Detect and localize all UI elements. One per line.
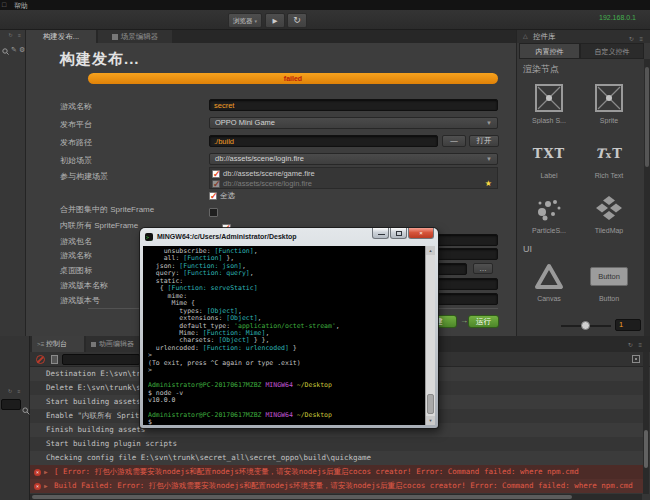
button-icon: Button	[579, 260, 639, 292]
particle-icon	[519, 192, 579, 224]
terminal-text-segment: [Function: urlencoded]	[203, 344, 289, 352]
zoom-slider-knob[interactable]	[581, 321, 590, 330]
mintty-app-icon: >_	[145, 233, 153, 241]
sidebar-scrollbar[interactable]	[644, 59, 650, 336]
library-item-particles-[interactable]: ParticleS...	[519, 192, 579, 234]
hierarchy-panel-edge: ↻ ≡ ✎ ⚙	[0, 30, 26, 336]
scroll-up-icon[interactable]: ▲	[426, 246, 435, 255]
path-open-button[interactable]: 打开	[469, 135, 499, 147]
select-all-checkbox[interactable]	[209, 192, 217, 200]
desktop-icon-browse-button[interactable]: …	[473, 263, 493, 274]
panel-header-icons[interactable]: ↻ ≡	[9, 32, 24, 38]
terminal-title: MINGW64:/c/Users/Administrator/Desktop	[157, 228, 297, 245]
close-button[interactable]: ×	[408, 228, 434, 239]
library-item-label[interactable]: TXTLabel	[519, 137, 579, 179]
preview-ip-address: 192.168.0.1	[599, 14, 636, 21]
terminal-text-segment: v10.0.0	[148, 396, 175, 404]
tab-build-label: 构建发布...	[43, 32, 79, 41]
clear-console-icon[interactable]	[36, 355, 45, 364]
editor-tab-bar: 构建发布... 场景编辑器	[26, 30, 516, 43]
sidebar-scrollbar-thumb[interactable]	[645, 67, 649, 167]
merge-atlas-checkbox[interactable]	[209, 208, 218, 217]
widget-library-body: 渲染节点Splash S...SpriteTXTLabelTxTRich Tex…	[519, 59, 639, 314]
gear-icon[interactable]: ⚙	[19, 46, 25, 54]
play-button[interactable]: ▶	[265, 13, 285, 28]
terminal-line: urlencoded: [Function: urlencoded] }	[148, 345, 422, 352]
tab-custom-widgets[interactable]: 自定义控件	[580, 43, 644, 59]
select-all-row[interactable]: 全选	[209, 191, 235, 201]
richtext-icon: TxT	[579, 137, 639, 169]
console-log-text: Start building plugin scripts	[46, 439, 177, 448]
animation-tab-icon	[91, 342, 96, 347]
scene-checkbox[interactable]	[212, 180, 220, 188]
panel-header-icons[interactable]: ↻ ≡	[8, 388, 23, 394]
library-item-rich-text[interactable]: TxTRich Text	[579, 137, 639, 179]
sprite-icon	[579, 82, 639, 114]
scroll-down-icon[interactable]: ▼	[426, 416, 435, 425]
terminal-scrollbar[interactable]: ▲ ▼	[425, 246, 435, 425]
start-scene-select[interactable]: db://assets/scene/login.fire▼	[209, 153, 498, 165]
sprite-icon	[519, 82, 579, 114]
console-hscrollbar[interactable]	[30, 494, 642, 500]
assets-search-input[interactable]	[1, 399, 21, 410]
terminal-text-segment: ~/Desktop	[293, 381, 332, 389]
panel-header-icons[interactable]: ↻ ≡	[628, 341, 644, 348]
refresh-button[interactable]: ↻	[287, 13, 307, 28]
search-icon[interactable]	[2, 41, 9, 59]
refresh-icon: ↻	[293, 15, 301, 25]
console-log-text: Build Failed: Error: 打包小游戏需要安装nodejs和配置n…	[54, 481, 633, 490]
field-label-scenes: 参与构建场景	[60, 171, 108, 182]
maximize-button[interactable]	[390, 228, 407, 239]
platform-select[interactable]: OPPO Mini Game▼	[209, 117, 498, 129]
menu-item-partial[interactable]: □	[2, 1, 6, 8]
field-label-version-name: 游戏版本名称	[60, 280, 108, 291]
build-path-input[interactable]	[209, 135, 438, 147]
run-button[interactable]: 运行	[468, 315, 499, 328]
console-filter-input[interactable]	[62, 354, 140, 365]
expand-arrow-icon[interactable]: ▶	[44, 479, 48, 493]
path-remove-button[interactable]: —	[442, 135, 466, 147]
expand-arrow-icon[interactable]: ▶	[44, 465, 48, 479]
console-hscrollbar-thumb[interactable]	[32, 495, 572, 499]
game-name-input[interactable]	[209, 99, 498, 111]
console-error-row[interactable]: ×▶[ Error: 打包小游戏需要安装nodejs和配置nodejs环境变量，…	[30, 465, 643, 479]
tiledmap-icon	[579, 192, 639, 224]
field-label-platform: 发布平台	[60, 119, 92, 130]
tab-scene-editor[interactable]: 场景编辑器	[98, 30, 172, 43]
edit-icon[interactable]: ✎	[11, 46, 17, 54]
terminal-window[interactable]: >_ MINGW64:/c/Users/Administrator/Deskto…	[140, 228, 438, 428]
minimize-button[interactable]	[372, 228, 389, 239]
console-error-row[interactable]: ×▶Build Failed: Error: 打包小游戏需要安装nodejs和配…	[30, 479, 643, 493]
library-item-splash-s-[interactable]: Splash S...	[519, 82, 579, 124]
zoom-value-input[interactable]: 1	[615, 319, 641, 331]
library-item-tiledmap[interactable]: TiledMap	[579, 192, 639, 234]
widget-library-title: 控件库	[533, 30, 556, 43]
tab-scene-label: 场景编辑器	[121, 32, 159, 41]
console-log-text: Start building assets	[46, 397, 141, 406]
tab-build-publish[interactable]: 构建发布...	[26, 30, 96, 43]
start-scene-value: db://assets/scene/login.fire	[215, 154, 304, 163]
tab-builtin-widgets[interactable]: 内置控件	[519, 43, 580, 59]
minimize-icon	[378, 234, 385, 236]
collapse-icon[interactable]	[632, 355, 640, 363]
log-file-icon[interactable]	[51, 355, 58, 364]
library-item-label: Sprite	[579, 117, 639, 124]
terminal-body[interactable]: unsubscribe: [Function], all: [Function]…	[143, 246, 435, 425]
terminal-text-segment: (To exit, press ^C again or type .exit)	[148, 359, 301, 367]
scene-checkbox[interactable]	[212, 170, 220, 178]
search-icon[interactable]	[22, 401, 30, 419]
device-select[interactable]: 浏览器 ▾	[228, 13, 262, 28]
library-section-title: UI	[523, 244, 639, 254]
field-label-inline-sprite: 内联所有 SpriteFrame	[60, 220, 138, 231]
tab-console-label: 控制台	[46, 340, 67, 347]
library-item-button[interactable]: ButtonButton	[579, 260, 639, 302]
library-item-sprite[interactable]: Sprite	[579, 82, 639, 124]
terminal-title-bar[interactable]: >_ MINGW64:/c/Users/Administrator/Deskto…	[140, 228, 438, 246]
tab-console[interactable]: >Ξ 控制台	[32, 336, 84, 352]
library-item-canvas[interactable]: Canvas	[519, 260, 579, 302]
console-vscrollbar-thumb[interactable]	[644, 430, 648, 468]
terminal-scrollbar-thumb[interactable]	[427, 394, 434, 414]
console-vscrollbar[interactable]	[643, 352, 649, 494]
console-log-text: Finish building assets	[46, 425, 145, 434]
dialog-title: 构建发布...	[60, 50, 140, 69]
